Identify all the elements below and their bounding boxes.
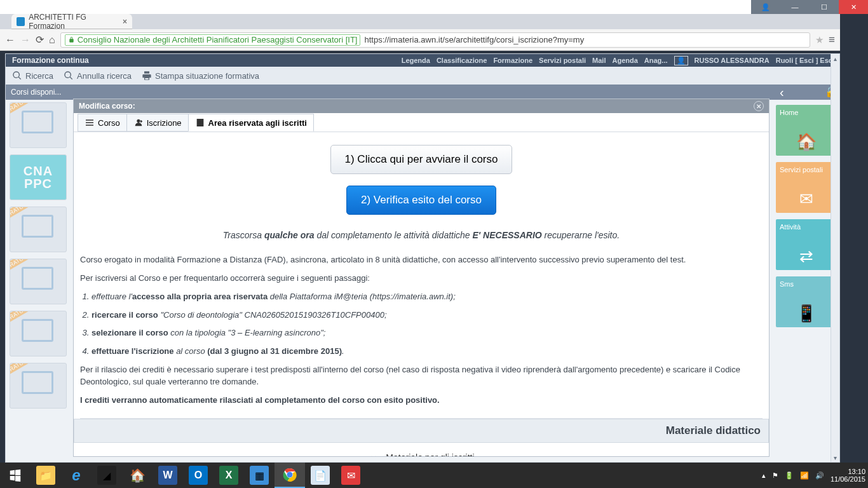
taskbar-word[interactable]: W bbox=[153, 463, 183, 488]
avatar-icon[interactable]: 👤 bbox=[674, 56, 688, 65]
app-scrollbar[interactable]: ▴ ▾ bbox=[831, 54, 839, 462]
tile-home[interactable]: Home 🏠 bbox=[776, 105, 837, 156]
taskbar-home-app[interactable]: 🏠 bbox=[122, 463, 153, 488]
bookmark-star-icon[interactable]: ★ bbox=[815, 34, 824, 46]
taskbar-chrome[interactable] bbox=[275, 463, 305, 488]
taskbar-ie[interactable]: e bbox=[61, 463, 92, 488]
tray-flag-icon[interactable]: ⚑ bbox=[772, 471, 778, 480]
scroll-up-button[interactable]: ▴ bbox=[831, 54, 839, 63]
course-thumbnail[interactable]: GRATUITO bbox=[10, 311, 67, 356]
nav-forward-button[interactable]: → bbox=[20, 34, 31, 46]
app-title: Formazione continua bbox=[12, 56, 89, 65]
tile-postali[interactable]: Servizi postali ✉ bbox=[776, 162, 837, 213]
window-minimize-button[interactable]: — bbox=[780, 0, 810, 14]
scroll-down-button[interactable]: ▾ bbox=[831, 453, 839, 462]
menu-item[interactable]: Classificazione bbox=[437, 57, 487, 64]
clock-date: 11/06/2015 bbox=[831, 475, 865, 483]
tile-label: Home bbox=[780, 109, 833, 116]
course-thumbnail-cna[interactable]: CNA PPC bbox=[10, 154, 67, 200]
menu-item[interactable]: Servizi postali bbox=[539, 57, 586, 64]
taskbar-notes[interactable]: 📄 bbox=[305, 463, 336, 488]
nav-reload-button[interactable]: ⟳ bbox=[36, 34, 44, 46]
action-label: Stampa situazione formativa bbox=[155, 71, 259, 81]
window-close-button[interactable]: ✕ bbox=[839, 0, 868, 14]
swap-icon: ⇄ bbox=[799, 247, 813, 266]
ssl-cert-badge[interactable]: Consiglio Nazionale degli Architetti Pia… bbox=[65, 34, 361, 46]
nav-home-button[interactable]: ⌂ bbox=[49, 34, 55, 46]
menu-item[interactable]: Mail bbox=[592, 57, 606, 64]
auto-credit-para: I crediti verranno automaticamente rilas… bbox=[80, 395, 763, 407]
download-icon bbox=[368, 452, 379, 456]
browser-tab[interactable]: ARCHITETTI FG Formazion × bbox=[11, 14, 132, 29]
tray-volume-icon[interactable]: 🔊 bbox=[815, 471, 824, 480]
start-course-button[interactable]: 1) Clicca qui per avviare il corso bbox=[330, 145, 513, 174]
tile-sms[interactable]: Sms 📱 bbox=[776, 276, 837, 327]
menu-item[interactable]: Legenda bbox=[402, 57, 430, 64]
tab-corso[interactable]: Corso bbox=[78, 114, 127, 132]
action-stampa[interactable]: Stampa situazione formativa bbox=[142, 71, 259, 81]
taskbar-mail-red[interactable]: ✉ bbox=[336, 463, 366, 488]
doc-list-icon bbox=[195, 118, 205, 128]
modal-titlebar: Modifica corso: ✕ bbox=[74, 99, 769, 113]
menu-item[interactable]: Agenda bbox=[613, 57, 638, 64]
tile-attivita[interactable]: Attività ⇄ bbox=[776, 219, 837, 270]
launcher-column: ‹ 🔓 Home 🏠 Servizi postali ✉ Attività ⇄ … bbox=[776, 86, 837, 327]
taskbar-misc-blue[interactable]: ▦ bbox=[244, 463, 275, 488]
chevron-left-icon[interactable]: ‹ bbox=[780, 85, 784, 100]
tab-label: Area riservata agli iscritti bbox=[208, 118, 307, 128]
taskbar-outlook[interactable]: O bbox=[183, 463, 214, 488]
tray-chevron-up-icon[interactable]: ▴ bbox=[762, 471, 766, 480]
browser-tabstrip: ARCHITETTI FG Formazion × bbox=[0, 14, 840, 29]
tab-close-button[interactable]: × bbox=[123, 17, 127, 26]
course-thumbnail[interactable]: GRATUITO bbox=[10, 102, 67, 148]
course-thumbnail[interactable]: GRATUITO bbox=[10, 363, 67, 409]
materiale-link[interactable]: Materiale per gli iscritti bbox=[80, 452, 763, 456]
user-name[interactable]: RUSSO ALESSANDRA bbox=[695, 57, 770, 64]
home-icon: 🏠 bbox=[796, 132, 817, 152]
start-button[interactable] bbox=[0, 463, 31, 488]
search-icon bbox=[12, 71, 22, 81]
step-item: effettuare l'accesso alla propria area r… bbox=[92, 291, 763, 303]
window-user-icon[interactable]: 👤 bbox=[751, 0, 780, 14]
windows-logo-icon bbox=[8, 468, 22, 482]
user-plus-icon bbox=[133, 118, 144, 128]
breadcrumb-row: Corsi disponi... bbox=[6, 85, 839, 100]
tray-battery-icon[interactable]: 🔋 bbox=[785, 471, 794, 480]
windows-taskbar: 📁 e ◢ 🏠 W O X ▦ 📄 ✉ ▴ ⚑ 🔋 📶 🔊 13:10 11/0… bbox=[0, 463, 868, 488]
app-shell: Formazione continua Legenda Classificazi… bbox=[5, 53, 840, 463]
taskbar-app-dark[interactable]: ◢ bbox=[92, 463, 122, 488]
address-url: https://imateria.awn.it/se/architettifg/… bbox=[364, 35, 584, 44]
breadcrumb[interactable]: Corsi disponi... bbox=[11, 88, 61, 97]
tray-wifi-icon[interactable]: 📶 bbox=[800, 471, 809, 480]
tile-label: Servizi postali bbox=[780, 166, 833, 173]
nav-back-button[interactable]: ← bbox=[5, 34, 15, 46]
steps-list: effettuare l'accesso alla propria area r… bbox=[80, 291, 763, 358]
user-extra[interactable]: Ruoli [ Esci ] Esci bbox=[776, 57, 834, 64]
tab-area-riservata[interactable]: Area riservata agli iscritti bbox=[188, 114, 314, 132]
action-ricerca[interactable]: Ricerca bbox=[12, 71, 53, 81]
phone-icon: 📱 bbox=[796, 304, 817, 323]
app-topbar: Formazione continua Legenda Classificazi… bbox=[6, 54, 839, 67]
lock-icon bbox=[68, 36, 75, 43]
taskbar-explorer[interactable]: 📁 bbox=[31, 463, 61, 488]
favicon-icon bbox=[17, 17, 25, 26]
ssl-cert-label: Consiglio Nazionale degli Architetti Pia… bbox=[78, 35, 358, 44]
menu-item[interactable]: Anag... bbox=[644, 57, 668, 64]
menu-item[interactable]: Formazione bbox=[493, 57, 532, 64]
action-annulla[interactable]: Annulla ricerca bbox=[64, 71, 132, 81]
course-thumbnail[interactable]: GRATUITO bbox=[10, 207, 67, 252]
tray-clock[interactable]: 13:10 11/06/2015 bbox=[831, 468, 865, 483]
taskbar-excel[interactable]: X bbox=[214, 463, 244, 488]
verify-outcome-button[interactable]: 2) Verifica esito del corso bbox=[346, 186, 496, 215]
browser-menu-button[interactable]: ≡ bbox=[829, 34, 835, 46]
modal-tabs: Corso Iscrizione Area riservata agli isc… bbox=[74, 113, 769, 132]
materiale-link-label: Materiale per gli iscritti bbox=[386, 452, 474, 456]
modal-close-button[interactable]: ✕ bbox=[754, 101, 764, 111]
tab-iscrizione[interactable]: Iscrizione bbox=[126, 114, 189, 132]
address-bar[interactable]: Consiglio Nazionale degli Architetti Pia… bbox=[60, 32, 810, 48]
window-maximize-button[interactable]: ☐ bbox=[810, 0, 839, 14]
action-label: Annulla ricerca bbox=[77, 71, 132, 81]
tab-label: Corso bbox=[98, 118, 120, 128]
course-thumbnail[interactable]: GRATUITO bbox=[10, 259, 67, 304]
search-cancel-icon bbox=[64, 71, 74, 81]
